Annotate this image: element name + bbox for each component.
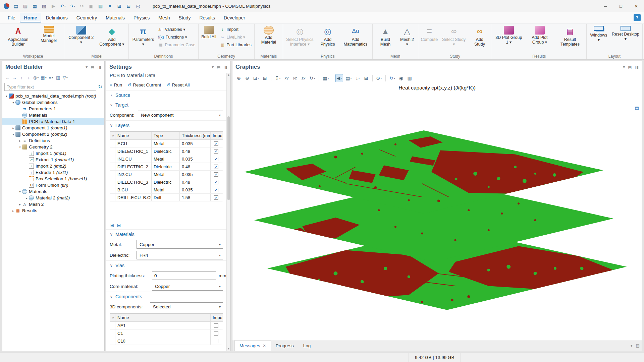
checkbox-checked-icon[interactable]: ✓ (214, 180, 218, 184)
tree-item-box-selection-1[interactable]: Box Selection 1(boxsel1) (2, 176, 104, 182)
rotate-icon[interactable]: ↻▾ (308, 74, 317, 82)
tree-item-materials[interactable]: ▾Materials (2, 188, 104, 195)
panel-menu-icon[interactable]: ▾ (212, 65, 214, 69)
functions-button[interactable]: f(x)Functions ▾ (157, 34, 196, 40)
layers-table-row[interactable]: IN2.CUMetal0.035✓ (110, 171, 223, 178)
zoom-extents-icon[interactable]: ⊞ (261, 74, 269, 82)
go-to-default-view-icon[interactable]: ↧▾ (274, 74, 282, 82)
scroll-down-icon[interactable]: ▼ (227, 347, 230, 350)
menu-tab-geometry[interactable]: Geometry (72, 13, 101, 22)
build-mesh-button[interactable]: ▲Build Mesh (374, 24, 397, 53)
cut-icon[interactable]: ✂ (77, 2, 86, 10)
components-table-row[interactable]: AE1 (110, 322, 223, 329)
layers-table-row[interactable]: DIELECTRIC_2Dielectric0.48✓ (110, 163, 223, 171)
mesh-2-button[interactable]: △Mesh 2 ▾ (397, 24, 417, 53)
layers-table-row[interactable]: DIELECTRIC_1Dielectric0.48✓ (110, 147, 223, 155)
filter-input[interactable] (4, 83, 96, 91)
expand-icon[interactable]: ▸ (11, 126, 15, 130)
show-selection-icon[interactable]: ◀▾ (335, 74, 343, 82)
open-icon[interactable]: ▨ (21, 2, 30, 10)
panel-menu-icon[interactable]: ▾ (623, 65, 625, 69)
back-icon[interactable]: ← (4, 74, 11, 81)
add-study-button[interactable]: ∞Add Study (469, 24, 491, 53)
menu-tab-definitions[interactable]: Definitions (41, 13, 72, 22)
compute-button[interactable]: =Compute (419, 24, 439, 53)
view-zx-icon[interactable]: zx (300, 74, 307, 82)
import-button[interactable]: ↓Import (219, 26, 253, 33)
comsol-logo[interactable] (2, 2, 11, 10)
zoom-extents-icon[interactable]: ◎ (133, 2, 143, 10)
scene-settings-icon[interactable]: ▤▾ (344, 74, 353, 82)
menu-tab-home[interactable]: Home (20, 13, 42, 22)
tree-item-global-definitions[interactable]: ▾Global Definitions (2, 99, 104, 106)
add-physics-button[interactable]: ◎Add Physics (316, 24, 340, 53)
tree-item-mesh-2[interactable]: ▸△Mesh 2 (2, 201, 104, 207)
tree-item-results[interactable]: ▸▥Results (2, 207, 104, 214)
plating-thickness-input[interactable] (152, 271, 216, 280)
dielectric-select[interactable]: FR4 ▾ (137, 251, 223, 259)
collapse-tree-icon[interactable]: ▦▾ (40, 74, 47, 81)
tree-item-form-union[interactable]: UForm Union(fin) (2, 182, 104, 188)
components-table-row[interactable]: C1 (110, 329, 223, 337)
result-templates-button[interactable]: ▤Result Templates (555, 24, 585, 53)
menu-tab-results[interactable]: Results (195, 13, 219, 22)
view-direction-icon[interactable]: ↓▾ (354, 74, 362, 82)
maximize-button[interactable]: □ (613, 0, 629, 12)
section-vias[interactable]: ∨ Vias (106, 260, 226, 270)
table-properties-icon[interactable]: ⊞ (110, 223, 114, 228)
pin-icon[interactable]: ◨ (635, 65, 639, 69)
reset-current-button[interactable]: ↺ Reset Current (127, 82, 161, 87)
add-material-button[interactable]: Add Material (256, 24, 282, 53)
collapse-icon[interactable]: ▾ (4, 95, 9, 98)
copy-icon[interactable]: ▣ (87, 2, 96, 10)
expand-icon[interactable]: ▸ (18, 203, 22, 206)
paste-icon[interactable]: ▩ (96, 2, 105, 10)
pin-icon[interactable]: ◨ (98, 65, 101, 69)
model-manager-button[interactable]: Model Manager (34, 24, 64, 53)
3d-plot-group-1-button[interactable]: 3D Plot Group 1 ▾ (493, 24, 525, 53)
collapse-icon[interactable]: ▾ (18, 145, 22, 149)
tree-item-definitions[interactable]: ▸≡Definitions (2, 137, 104, 144)
plot-refresh-icon[interactable]: ↻▾ (388, 74, 396, 82)
expand-tree-icon[interactable]: ≡▾ (48, 74, 54, 81)
expand-icon[interactable]: ▸ (11, 209, 15, 213)
parameter-case-button[interactable]: ▦Parameter Case (157, 42, 196, 48)
collapse-icon[interactable]: ▾ (11, 133, 15, 136)
livelink-button[interactable]: ∞LiveLink ▾ (219, 34, 253, 40)
metal-select[interactable]: Copper ▾ (137, 240, 223, 249)
checkbox-checked-icon[interactable]: ✓ (214, 172, 218, 177)
minimize-button[interactable]: ─ (598, 0, 613, 12)
checkbox-checked-icon[interactable]: ✓ (214, 195, 218, 200)
component-2-button[interactable]: Component 2 ▾ (66, 24, 96, 53)
float-icon[interactable]: ▤ (217, 65, 220, 69)
3d-components-select[interactable]: Selected ▾ (150, 302, 223, 311)
add-plot-group-button[interactable]: Add Plot Group ▾ (525, 24, 555, 53)
tree-item-import-2[interactable]: ↓Import 2(imp2) (2, 163, 104, 169)
application-builder-button[interactable]: AApplication Builder (2, 24, 34, 53)
tree-item-component-1[interactable]: ▸Component 1(comp1) (2, 125, 104, 131)
show-icon[interactable]: ◎▾ (33, 74, 39, 81)
help-icon[interactable]: ? (634, 14, 641, 21)
refresh-icon[interactable]: ↻ (98, 84, 102, 90)
run-icon[interactable]: ▶ (49, 2, 58, 10)
float-icon[interactable]: ▤ (636, 343, 640, 348)
add-mathematics-button[interactable]: ΔuAdd Mathematics (340, 24, 371, 53)
layers-table-row[interactable]: B.CUMetal0.035✓ (110, 186, 223, 194)
tree-item-pcb-to-material-data-model-mph[interactable]: ▾pcb_to_material_data_model.mph(root) (2, 93, 104, 99)
section-materials[interactable]: ∨ Materials (106, 229, 226, 239)
close-tab-icon[interactable]: ✕ (263, 344, 266, 348)
pin-icon[interactable]: ◨ (224, 65, 227, 69)
checkbox-checked-icon[interactable]: ✓ (214, 149, 218, 154)
float-icon[interactable]: ▤ (91, 65, 94, 69)
windows-icon[interactable]: ⊟ (124, 2, 133, 10)
filter-icon[interactable]: ▽▾ (62, 74, 68, 81)
insert-table-icon[interactable]: ⊞ (115, 2, 124, 10)
save-icon[interactable]: ▦ (30, 2, 39, 10)
parameters-button[interactable]: πParameters ▾ (130, 24, 156, 53)
zoom-box-icon[interactable]: ⊡▾ (252, 74, 260, 82)
float-icon[interactable]: ▤ (628, 65, 632, 69)
scrollbar-thumb[interactable] (227, 116, 230, 200)
select-study-button[interactable]: ∞Select Study ▾ (439, 24, 469, 53)
color-theme-icon[interactable]: ⊙▾ (375, 74, 383, 82)
menu-tab-mesh[interactable]: Mesh (154, 13, 174, 22)
